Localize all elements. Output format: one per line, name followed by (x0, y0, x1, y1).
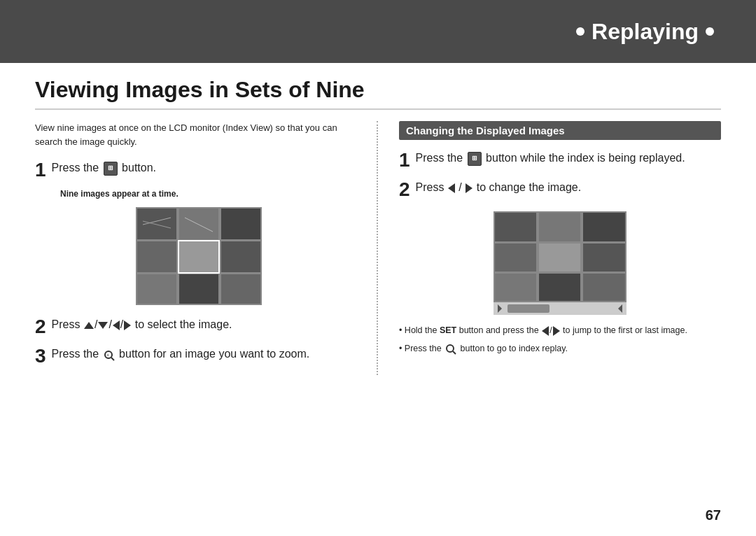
step2-content: Press /// to select the image. (52, 316, 232, 333)
bullet-list: Hold the SET button and press the / to j… (399, 323, 721, 355)
step1-content: Press the ⊞ button. (52, 160, 156, 176)
left-column: View nine images at once on the LCD moni… (35, 121, 378, 375)
svg-line-32 (453, 351, 456, 354)
step2-right-number: 2 (399, 179, 410, 201)
svg-rect-23 (583, 244, 625, 271)
step2-right-content: Press / to change the image. (416, 179, 582, 196)
bullet-arrow-left (542, 326, 549, 336)
replaying-label: Replaying (592, 19, 699, 45)
two-column-layout: View nine images at once on the LCD moni… (35, 121, 721, 375)
svg-rect-1 (137, 209, 176, 239)
svg-rect-3 (221, 209, 260, 239)
arrow-left-icon (113, 320, 120, 330)
replaying-title: Replaying (576, 19, 714, 45)
step3-content: Press the + button for an image you want… (52, 346, 310, 362)
section-header: Changing the Displayed Images (399, 121, 721, 140)
svg-rect-4 (137, 241, 176, 272)
nine-image-grid-left (136, 207, 262, 305)
arrow-left-right-icon (448, 183, 455, 193)
dot-left (576, 27, 584, 36)
svg-rect-21 (495, 244, 536, 271)
svg-rect-25 (539, 274, 580, 301)
svg-rect-6 (221, 241, 260, 272)
step1-right-before: Press the (416, 152, 463, 164)
svg-rect-8 (179, 274, 218, 304)
step1-right-content: Press the ⊞ button while the index is be… (416, 150, 685, 167)
step1-right-after: button while the index is being replayed… (486, 152, 685, 164)
right-column: Changing the Displayed Images 1 Press th… (378, 121, 721, 375)
step3-left: 3 Press the + button for an image you wa… (35, 346, 363, 369)
svg-rect-20 (583, 213, 625, 241)
step1-text-after: button. (122, 162, 156, 174)
svg-rect-18 (495, 213, 536, 241)
step1-text-before: Press the (52, 162, 99, 174)
step3-number: 3 (35, 346, 46, 367)
page-number: 67 (706, 507, 721, 523)
svg-rect-9 (221, 274, 260, 304)
arrow-down-icon (98, 322, 108, 329)
arrow-right-icon (124, 320, 131, 330)
intro-text: View nine images at once on the LCD moni… (35, 121, 363, 148)
svg-rect-5 (179, 241, 218, 272)
svg-line-15 (111, 358, 114, 360)
step1-sub-note: Nine images appear at a time. (60, 189, 363, 199)
step3-text-before: Press the (52, 348, 99, 360)
step1-number: 1 (35, 160, 46, 181)
index-button-right: ⊞ (468, 152, 482, 166)
step3-text-after: button for an image you want to zoom. (119, 348, 309, 360)
svg-rect-30 (507, 304, 550, 313)
magnify-icon: + (104, 349, 115, 360)
svg-point-31 (447, 345, 454, 352)
index-button-icon: ⊞ (104, 162, 118, 176)
page-title: Viewing Images in Sets of Nine (35, 77, 721, 110)
step1-right-number: 1 (399, 150, 410, 171)
svg-rect-19 (539, 213, 580, 241)
svg-rect-26 (583, 274, 625, 301)
svg-text:+: + (106, 353, 109, 358)
step2-right: 2 Press / to change the image. (399, 179, 721, 203)
nine-image-grid-right (493, 211, 626, 316)
step2-left: 2 Press /// to select the image. (35, 316, 363, 340)
bullet-mag-icon (445, 344, 456, 355)
step1-right: 1 Press the ⊞ button while the index is … (399, 150, 721, 174)
arrow-up-icon (84, 322, 94, 329)
bullet-item-2: Press the button to go to index replay. (399, 341, 721, 355)
header-bar: Replaying (0, 0, 756, 63)
svg-rect-7 (137, 274, 176, 304)
step2-number: 2 (35, 316, 46, 338)
bullet-arrow-right (553, 326, 560, 336)
svg-rect-2 (179, 209, 218, 239)
bullet-item-1: Hold the SET button and press the / to j… (399, 323, 721, 337)
main-content: Viewing Images in Sets of Nine View nine… (0, 63, 756, 389)
dot-right (706, 27, 714, 36)
arrow-right-right-icon (465, 183, 472, 193)
svg-rect-24 (495, 274, 536, 301)
step1-left: 1 Press the ⊞ button. (35, 160, 363, 183)
svg-rect-22 (539, 244, 580, 271)
